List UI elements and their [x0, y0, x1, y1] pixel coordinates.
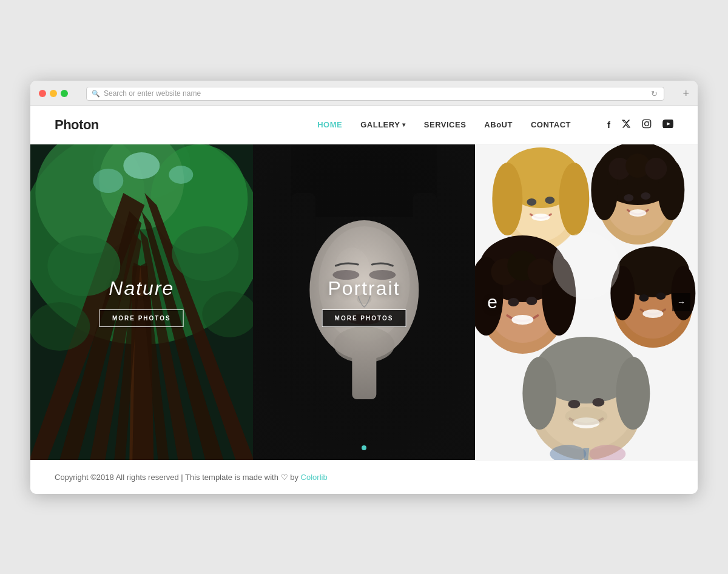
logo[interactable]: Photon [55, 117, 99, 133]
colorlib-link[interactable]: Colorlib [301, 473, 328, 482]
gallery-item-nature[interactable]: Nature MORE PHOTOS [30, 144, 253, 460]
instagram-icon[interactable] [642, 119, 652, 131]
svg-point-88 [593, 398, 605, 407]
svg-point-86 [616, 357, 650, 430]
carousel-dot-1[interactable] [362, 445, 366, 450]
svg-point-23 [30, 302, 90, 351]
svg-point-94 [553, 232, 620, 299]
nav-gallery[interactable]: GALLERY ▾ [360, 120, 406, 129]
nav-links: HOME GALLERY ▾ SERVICES ABoUT CONTACT [317, 120, 571, 129]
svg-point-51 [532, 214, 550, 221]
svg-point-70 [528, 258, 554, 285]
browser-window: 🔍 Search or enter website name ↻ + Photo… [30, 81, 698, 494]
carousel-dots [362, 445, 366, 450]
svg-point-85 [523, 357, 557, 430]
gallery-item-portrait[interactable]: Portrait MORE PHOTOS [253, 144, 476, 460]
svg-point-25 [93, 169, 123, 193]
svg-point-1 [645, 121, 649, 126]
browser-chrome: 🔍 Search or enter website name ↻ + [30, 81, 698, 106]
nav-home[interactable]: HOME [317, 120, 342, 129]
svg-point-59 [645, 158, 667, 180]
maximize-button[interactable] [61, 90, 68, 97]
portrait-title: Portrait [322, 277, 406, 300]
svg-point-71 [508, 298, 519, 306]
svg-point-47 [493, 163, 523, 235]
svg-point-26 [169, 166, 193, 184]
svg-point-72 [527, 297, 538, 305]
gallery-grid: Nature MORE PHOTOS [30, 144, 698, 460]
facebook-icon[interactable]: f [607, 120, 610, 130]
svg-point-80 [656, 292, 666, 300]
nature-title: Nature [99, 277, 184, 300]
svg-point-61 [641, 192, 651, 200]
portrait-more-photos-btn[interactable]: MORE PHOTOS [322, 309, 406, 327]
twitter-icon[interactable] [621, 119, 631, 130]
address-placeholder: Search or enter website name [104, 89, 201, 98]
nature-more-photos-btn[interactable]: MORE PHOTOS [99, 309, 184, 327]
svg-point-90 [565, 407, 608, 425]
navigation: Photon HOME GALLERY ▾ SERVICES ABoUT CON… [30, 106, 698, 144]
svg-point-2 [649, 121, 649, 121]
nav-gallery-label: GALLERY [360, 120, 400, 129]
traffic-lights [39, 90, 68, 97]
svg-point-49 [527, 198, 537, 206]
new-tab-button[interactable]: + [682, 87, 689, 100]
footer: Copyright ©2018 All rights reserved | Th… [30, 460, 698, 494]
svg-point-48 [559, 163, 590, 235]
svg-point-87 [568, 400, 581, 408]
minimize-button[interactable] [50, 90, 57, 97]
svg-point-62 [630, 209, 647, 217]
svg-point-50 [545, 197, 555, 204]
refresh-icon[interactable]: ↻ [651, 89, 658, 98]
svg-point-81 [643, 309, 664, 318]
next-arrow[interactable]: → [672, 293, 690, 311]
nav-contact[interactable]: CONTACT [531, 120, 571, 129]
people-title: e [487, 292, 499, 312]
address-bar[interactable]: 🔍 Search or enter website name ↻ [86, 87, 664, 101]
portrait-label: Portrait MORE PHOTOS [322, 277, 406, 327]
svg-rect-0 [642, 120, 650, 127]
footer-text: Copyright ©2018 All rights reserved | Th… [55, 473, 278, 482]
nav-about[interactable]: ABoUT [484, 120, 513, 129]
website-content: Photon HOME GALLERY ▾ SERVICES ABoUT CON… [30, 106, 698, 494]
footer-by: by [290, 473, 298, 482]
heart-icon: ♡ [281, 473, 288, 482]
close-button[interactable] [39, 90, 46, 97]
svg-point-27 [123, 152, 160, 179]
gallery-item-people[interactable]: e → [475, 144, 698, 460]
svg-point-79 [639, 294, 649, 302]
nav-services[interactable]: SERVICES [424, 120, 467, 129]
nature-label: Nature MORE PHOTOS [99, 277, 184, 327]
youtube-icon[interactable] [662, 120, 673, 130]
social-links: f [607, 119, 673, 131]
chevron-down-icon: ▾ [402, 121, 406, 128]
svg-point-73 [512, 315, 534, 325]
search-icon: 🔍 [92, 90, 100, 98]
svg-point-22 [172, 226, 238, 281]
svg-point-60 [624, 194, 634, 201]
